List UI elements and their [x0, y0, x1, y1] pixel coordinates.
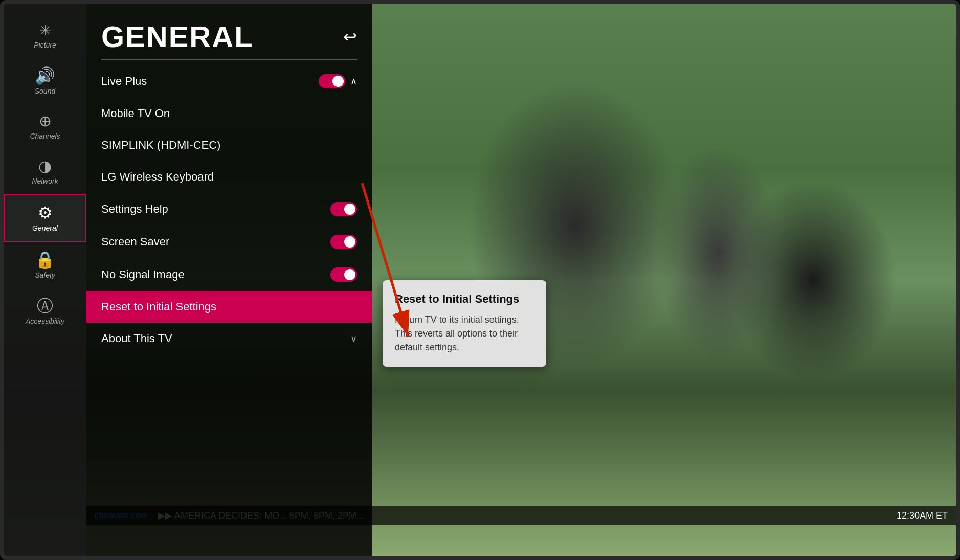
menu-item-reset[interactable]: Reset to Initial Settings: [86, 291, 372, 323]
menu-item-live-plus[interactable]: Live Plus ∧: [86, 65, 372, 98]
menu-item-screen-saver[interactable]: Screen Saver: [86, 226, 372, 258]
accessibility-icon: Ⓐ: [37, 298, 53, 314]
channels-icon: ⊕: [39, 114, 52, 129]
menu-label-screen-saver: Screen Saver: [101, 235, 169, 249]
news-time: 12:30AM ET: [897, 510, 948, 521]
sidebar-label-picture: Picture: [34, 41, 56, 49]
menu-label-no-signal: No Signal Image: [101, 268, 185, 281]
picture-icon: ✳: [39, 24, 51, 38]
sidebar-item-channels[interactable]: ⊕ Channels: [4, 104, 86, 149]
live-plus-chevron-up: ∧: [350, 76, 357, 87]
sidebar-label-channels: Channels: [30, 132, 60, 140]
no-signal-toggle[interactable]: [330, 267, 357, 282]
sidebar-item-sound[interactable]: 🔊 Sound: [4, 58, 86, 104]
settings-panel: GENERAL ↩ Live Plus ∧ Mobile TV On SIMPL…: [86, 4, 372, 556]
menu-item-lg-keyboard[interactable]: LG Wireless Keyboard: [86, 161, 372, 193]
menu-label-about: About This TV: [101, 332, 172, 345]
sidebar-label-sound: Sound: [35, 87, 55, 95]
tooltip-body: Return TV to its initial settings. This …: [395, 313, 534, 354]
safety-icon: 🔒: [35, 252, 55, 268]
sidebar-item-picture[interactable]: ✳ Picture: [4, 14, 86, 58]
panel-divider: [101, 59, 357, 60]
menu-item-about[interactable]: About This TV ∨: [86, 323, 372, 354]
back-button[interactable]: ↩: [343, 27, 357, 47]
tooltip-title: Reset to Initial Settings: [395, 293, 534, 306]
menu-item-mobile-tv[interactable]: Mobile TV On: [86, 98, 372, 129]
menu-item-no-signal[interactable]: No Signal Image: [86, 258, 372, 291]
sidebar-item-general[interactable]: ⚙ General: [4, 194, 86, 242]
about-chevron-down: ∨: [350, 333, 357, 344]
network-icon: ◑: [38, 159, 52, 174]
general-icon: ⚙: [38, 205, 53, 221]
settings-help-toggle[interactable]: [330, 202, 357, 216]
no-signal-right: [330, 267, 357, 282]
screen-saver-toggle[interactable]: [330, 235, 357, 249]
sidebar-label-general: General: [32, 224, 58, 232]
live-plus-right: ∧: [319, 74, 357, 88]
sidebar-item-safety[interactable]: 🔒 Safety: [4, 242, 86, 288]
menu-item-settings-help[interactable]: Settings Help: [86, 193, 372, 226]
menu-label-settings-help: Settings Help: [101, 203, 168, 216]
menu-label-reset: Reset to Initial Settings: [101, 300, 216, 313]
tooltip-popup: Reset to Initial Settings Return TV to i…: [383, 280, 546, 367]
sidebar-label-accessibility: Accessibility: [26, 317, 64, 325]
menu-label-lg-keyboard: LG Wireless Keyboard: [101, 170, 214, 184]
menu-label-live-plus: Live Plus: [101, 75, 147, 88]
menu-item-simplink[interactable]: SIMPLINK (HDMI-CEC): [86, 129, 372, 161]
screen-saver-right: [330, 235, 357, 249]
sidebar-item-accessibility[interactable]: Ⓐ Accessibility: [4, 288, 86, 334]
live-plus-toggle[interactable]: [319, 74, 345, 88]
panel-header: GENERAL ↩: [86, 19, 372, 59]
menu-label-mobile-tv: Mobile TV On: [101, 107, 170, 120]
sound-icon: 🔊: [35, 68, 55, 84]
menu-list: Live Plus ∧ Mobile TV On SIMPLINK (HDMI-…: [86, 65, 372, 541]
sidebar-item-network[interactable]: ◑ Network: [4, 149, 86, 194]
sidebar-label-safety: Safety: [35, 271, 55, 279]
menu-label-simplink: SIMPLINK (HDMI-CEC): [101, 139, 220, 152]
panel-title: GENERAL: [101, 19, 254, 54]
sidebar: ✳ Picture 🔊 Sound ⊕ Channels ◑ Network ⚙…: [4, 4, 86, 556]
settings-help-right: [330, 202, 357, 216]
sidebar-label-network: Network: [32, 177, 58, 185]
